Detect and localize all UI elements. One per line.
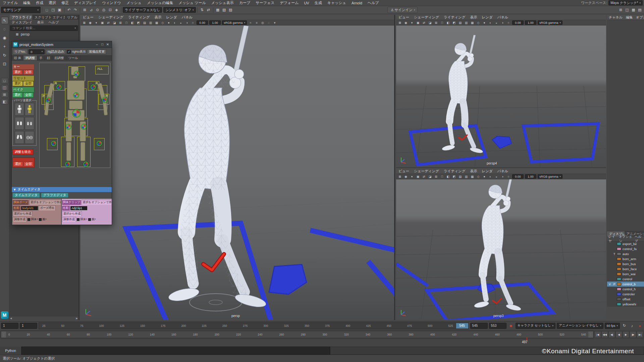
shaded-mode-icon[interactable]: ● (166, 20, 172, 25)
layer-color-swatch[interactable] (617, 293, 621, 296)
fps-selector[interactable]: 60 fps▾ (605, 323, 620, 329)
clip-adjust-create-button[interactable]: 調整作成 (62, 217, 76, 222)
menu-item[interactable]: カーブ (236, 0, 253, 5)
menu-item[interactable]: ヘルプ (365, 0, 382, 5)
grid-toggle-icon[interactable]: ⊞ (433, 20, 439, 25)
layer-row[interactable]: controler (607, 292, 644, 297)
left-foot-control-gizmo[interactable] (65, 162, 70, 167)
time-editor-section-header[interactable]: ▼ タイムエディタ (12, 187, 112, 192)
screen-space-ao-icon[interactable]: ○ (505, 20, 512, 25)
chest-control-gizmo[interactable] (73, 93, 79, 98)
menu-set-selector[interactable]: モデリング▾ (1, 7, 41, 13)
new-scene-icon[interactable]: □ (44, 7, 50, 13)
camera-attributes-icon[interactable]: ◉ (403, 174, 409, 179)
bookmarks-icon[interactable]: ▾ (409, 174, 415, 179)
go-to-end-button[interactable]: ▶| (637, 331, 643, 338)
grease-pencil-icon[interactable]: ◪ (111, 20, 117, 25)
shaded-mode-icon[interactable]: ● (481, 174, 487, 179)
panel-tab[interactable]: リアル (65, 15, 78, 20)
viewport-renderer-icon[interactable]: ▾ (272, 20, 278, 25)
rig-no-display-checkbox[interactable]: ✓ (67, 50, 71, 54)
workspace-selector[interactable]: Maya クラシック*▾ (608, 0, 643, 5)
exposure-field[interactable]: 0.00 (197, 20, 208, 25)
image-plane-icon[interactable]: ▣ (99, 20, 105, 25)
snap-to-curve-icon[interactable]: ⊿ (88, 7, 94, 13)
select-face-eyes-button[interactable] (25, 131, 34, 144)
viewport-menu-item[interactable]: レンダ (479, 169, 495, 174)
command-input[interactable] (21, 347, 330, 355)
time-editor-button[interactable]: タイムエディタ (12, 193, 40, 198)
layer-row[interactable]: yellowwhi (607, 302, 644, 307)
viewport-layout-icon[interactable]: ◫ (624, 7, 630, 13)
film-gate-icon[interactable]: □ (123, 20, 129, 25)
wireframe-mode-icon[interactable]: ◇ (160, 20, 166, 25)
clip-create-with-options-button[interactable]: 選択をオプションで作成 (82, 200, 111, 205)
panel-tab[interactable]: アウトライナ (9, 15, 32, 20)
time-slider[interactable]: 2550751001251501752002252502753003253503… (39, 322, 469, 329)
outliner-menu-item[interactable]: ヘルプ (46, 20, 61, 25)
command-search-input[interactable]: コマンド検索...▾ (10, 25, 78, 31)
textured-mode-icon[interactable]: ◐ (487, 20, 493, 25)
rig-window-tab[interactable]: 胴調整 (23, 56, 38, 60)
live-surface-indicator[interactable]: ライブ サーフェスなし (123, 7, 162, 13)
key-select-button[interactable]: 選択 (12, 70, 23, 75)
select-tool-icon[interactable]: ↖ (1, 17, 8, 24)
layer-color-swatch[interactable] (617, 278, 621, 281)
film-gate-icon[interactable]: □ (439, 20, 445, 25)
pose-create-with-options-button[interactable]: 選択をオプションで作成 (29, 200, 61, 205)
viewport-menu-item[interactable]: ライティング (441, 169, 468, 174)
rig-window-tab[interactable]: 頭 体 (12, 56, 23, 60)
gamma-field[interactable]: 1.00 (209, 20, 221, 25)
layer-row[interactable]: control (607, 277, 644, 282)
layer-type-toggle[interactable]: P (612, 283, 616, 286)
two-pane-layout-icon[interactable]: ◫ (1, 85, 8, 90)
grid-toggle-icon[interactable]: ⊞ (618, 7, 624, 13)
render-current-frame-icon[interactable]: ▦ (215, 7, 221, 13)
safe-action-icon[interactable]: ▥ (463, 174, 469, 179)
viewport-menu-item[interactable]: ビュー (396, 169, 412, 174)
anti-aliasing-icon[interactable]: ≡ (254, 20, 260, 25)
redo-icon[interactable]: ↷ (72, 7, 78, 13)
layer-color-swatch[interactable] (617, 288, 621, 291)
layer-type-toggle[interactable]: T (612, 252, 616, 256)
2d-pan-zoom-icon[interactable]: ⇄ (421, 174, 427, 179)
right-foot-control-gizmo[interactable] (83, 162, 89, 167)
menu-item[interactable]: Arnold (349, 1, 365, 5)
change-equipment-button[interactable]: 装備品変更 (87, 49, 107, 54)
rig-window-tab[interactable]: ツール (66, 56, 80, 60)
layer-row[interactable]: T auto (607, 251, 644, 256)
menu-item[interactable]: メッシュ表示 (209, 0, 236, 5)
rig-window-tab[interactable]: 手 (37, 56, 45, 60)
step-back-key-button[interactable]: ◀◀ (601, 331, 608, 338)
viewport-menu-item[interactable]: 表示 (152, 15, 164, 20)
camera-attributes-icon[interactable]: ◉ (403, 20, 409, 25)
layer-row[interactable]: born_wai (607, 272, 644, 277)
four-pane-layout-icon[interactable]: ⊞ (1, 92, 8, 98)
exposure-field[interactable]: 0.00 (512, 20, 524, 25)
viewport-menu-item[interactable]: ライティング (441, 15, 468, 20)
layer-color-swatch[interactable] (617, 257, 621, 260)
layer-color-swatch[interactable] (617, 303, 621, 306)
scroll-right-icon[interactable]: ▶ (76, 317, 78, 320)
safe-action-icon[interactable]: ▥ (148, 20, 154, 25)
outliner-persp-layout-icon[interactable]: ◧ (1, 99, 8, 105)
step-forward-frame-button[interactable]: |▶ (630, 331, 636, 338)
use-default-material-icon[interactable]: ◒ (493, 174, 499, 179)
layer-row[interactable]: born_bus (607, 261, 644, 266)
pose-torso-checkbox[interactable] (28, 218, 30, 221)
bake-select-button[interactable]: 選択 (12, 93, 23, 98)
image-plane-icon[interactable]: ▣ (415, 20, 421, 25)
bake-all-button[interactable]: 全部 (23, 93, 34, 98)
clip-name-field[interactable]: AdjClip1 (70, 206, 87, 210)
menu-item[interactable]: ファイル (0, 0, 20, 5)
outliner-horizontal-scrollbar[interactable]: ◀ ▶ (9, 316, 78, 320)
menu-item[interactable]: ウィンドウ (100, 0, 124, 5)
layer-color-swatch[interactable] (617, 283, 621, 286)
play-forward-button[interactable]: ▶ (623, 331, 629, 338)
select-body-parts-button[interactable] (15, 103, 24, 116)
rig-no-selector[interactable]: 0▾ (29, 49, 45, 54)
select-hands-button[interactable] (15, 117, 24, 130)
pose-create-from-selection-button[interactable]: 選択から作成 (13, 211, 33, 216)
lock-camera-icon[interactable]: ⊠ (397, 20, 403, 25)
layer-row[interactable]: born_face (607, 266, 644, 272)
